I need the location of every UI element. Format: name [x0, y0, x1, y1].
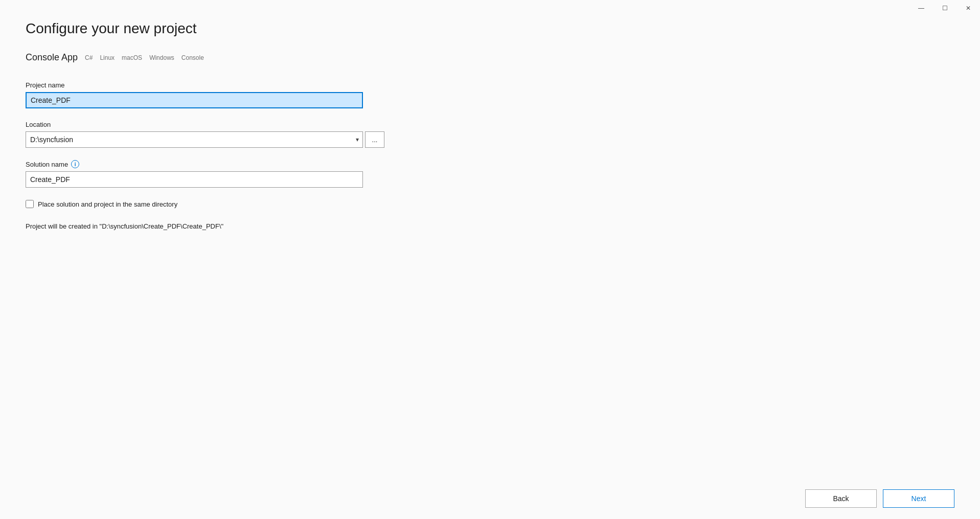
tag-csharp: C#: [85, 54, 93, 61]
solution-name-group: Solution name i: [26, 160, 954, 188]
project-name-input[interactable]: [26, 92, 363, 108]
solution-name-info-icon[interactable]: i: [71, 160, 79, 168]
project-name-group: Project name: [26, 81, 954, 108]
page-title: Configure your new project: [26, 20, 954, 37]
same-directory-row: Place solution and project in the same d…: [26, 200, 954, 208]
project-path-info: Project will be created in "D:\syncfusio…: [26, 222, 954, 230]
location-row: D:\syncfusion ...: [26, 131, 954, 148]
location-select[interactable]: D:\syncfusion: [26, 131, 363, 148]
next-button[interactable]: Next: [883, 489, 954, 508]
project-name-label: Project name: [26, 81, 954, 89]
browse-button[interactable]: ...: [365, 131, 384, 148]
same-directory-label[interactable]: Place solution and project in the same d…: [38, 200, 177, 208]
solution-name-label: Solution name i: [26, 160, 954, 168]
same-directory-checkbox[interactable]: [26, 200, 34, 208]
close-button[interactable]: ✕: [956, 0, 980, 16]
back-button[interactable]: Back: [805, 489, 877, 508]
main-content: Configure your new project Console App C…: [0, 0, 980, 519]
minimize-button[interactable]: —: [909, 0, 933, 16]
app-type-name: Console App: [26, 52, 78, 63]
tag-linux: Linux: [100, 54, 115, 61]
solution-name-input[interactable]: [26, 171, 363, 188]
location-label: Location: [26, 121, 954, 128]
app-type-row: Console App C# Linux macOS Windows Conso…: [26, 52, 954, 63]
title-bar: — ☐ ✕: [909, 0, 980, 16]
location-group: Location D:\syncfusion ...: [26, 121, 954, 148]
bottom-bar: Back Next: [0, 478, 980, 519]
configure-project-window: — ☐ ✕ Configure your new project Console…: [0, 0, 980, 519]
restore-button[interactable]: ☐: [933, 0, 956, 16]
location-select-wrapper: D:\syncfusion: [26, 131, 363, 148]
tag-console: Console: [181, 54, 204, 61]
tag-windows: Windows: [149, 54, 174, 61]
tag-macos: macOS: [122, 54, 142, 61]
